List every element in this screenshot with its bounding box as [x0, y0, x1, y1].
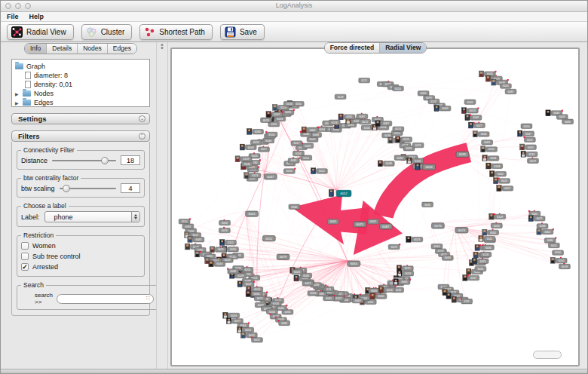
women-checkbox-label: Women [32, 242, 56, 250]
search-options-icon[interactable]: ∷ [146, 296, 150, 302]
svg-text:6064: 6064 [311, 292, 317, 295]
disclosure-triangle-icon[interactable]: ▶ [15, 100, 20, 106]
tab-nodes[interactable]: Nodes [77, 44, 107, 54]
svg-text:6023: 6023 [252, 155, 258, 158]
title-bar: LogAnalysis [1, 1, 587, 12]
view-tab-bar: Force directed Radial View [324, 42, 427, 54]
svg-text:6114: 6114 [303, 157, 309, 160]
restriction-group: Restriction Women Sub tree control ✓ Arr… [17, 231, 145, 277]
shortest-path-icon [144, 26, 155, 38]
centrality-legend: btw centrality factor [21, 174, 81, 182]
slider-thumb[interactable] [101, 157, 109, 164]
svg-text:6102: 6102 [488, 148, 495, 151]
svg-text:6037: 6037 [254, 339, 260, 342]
subtree-checkbox[interactable] [21, 253, 29, 260]
arrested-checkbox[interactable]: ✓ [21, 263, 29, 271]
checkbox-row-arrested[interactable]: ✓ Arrested [21, 262, 140, 272]
menu-help[interactable]: Help [29, 13, 44, 20]
tree-item-diameter[interactable]: diameter: 8 [15, 71, 146, 80]
svg-text:6062: 6062 [230, 270, 236, 273]
svg-text:6108: 6108 [494, 165, 500, 168]
svg-text:6106: 6106 [364, 127, 370, 130]
checkbox-row-subtree[interactable]: Sub tree control [21, 251, 140, 262]
svg-text:6045: 6045 [490, 231, 496, 235]
svg-text:6052: 6052 [265, 237, 273, 241]
svg-text:6109: 6109 [243, 158, 250, 161]
shortest-path-button[interactable]: Shortest Path [139, 24, 213, 40]
settings-header-label: Settings [18, 115, 139, 123]
tab-edges[interactable]: Edges [107, 44, 136, 54]
canvas-pill-button[interactable] [533, 351, 562, 359]
splitter-handle-icon[interactable] [161, 44, 164, 49]
search-submit-button[interactable]: search >> [35, 292, 53, 305]
panel-splitter[interactable] [156, 42, 168, 369]
btw-scaling-value[interactable]: 4 [121, 183, 140, 193]
filters-collapse-icon[interactable]: ⌃ [139, 133, 145, 139]
svg-text:6076: 6076 [222, 229, 228, 232]
shortest-path-button-label: Shortest Path [159, 28, 205, 36]
svg-text:6019: 6019 [253, 141, 259, 144]
tree-item-label: Graph [26, 63, 45, 70]
filters-header[interactable]: Filters ⌃ [11, 130, 150, 142]
label-combobox[interactable]: phone [44, 211, 140, 222]
svg-text:6017: 6017 [294, 142, 300, 145]
svg-text:6025: 6025 [218, 248, 224, 251]
svg-text:6111: 6111 [361, 79, 366, 82]
settings-header[interactable]: Settings ⌄ [11, 113, 150, 124]
distance-slider[interactable] [52, 156, 116, 165]
svg-text:6014: 6014 [395, 128, 401, 131]
tab-info[interactable]: Info [25, 44, 46, 54]
svg-text:6033: 6033 [424, 204, 430, 207]
svg-text:6100: 6100 [269, 133, 275, 136]
svg-text:6109: 6109 [354, 120, 360, 123]
tab-force-directed[interactable]: Force directed [325, 43, 380, 53]
tab-radial-view[interactable]: Radial View [379, 43, 426, 53]
svg-text:6077: 6077 [234, 320, 240, 323]
svg-text:6069: 6069 [355, 299, 361, 302]
tree-item-label: diameter: 8 [34, 72, 68, 79]
svg-text:6042: 6042 [473, 116, 479, 119]
menu-file[interactable]: File [7, 13, 19, 20]
label-chooser-group: Choose a label Label: phone [17, 202, 145, 227]
svg-text:6043: 6043 [216, 262, 222, 265]
svg-text:6071: 6071 [257, 297, 263, 300]
slider-thumb[interactable] [63, 185, 70, 192]
save-button[interactable]: Save [220, 24, 265, 40]
svg-text:6062: 6062 [498, 173, 504, 176]
centrality-group: btw centrality factor btw scaling 4 [17, 174, 145, 198]
svg-text:6082: 6082 [185, 225, 191, 228]
svg-text:6105: 6105 [271, 123, 277, 126]
tree-item-density[interactable]: density: 0,01 [15, 80, 146, 89]
arrested-checkbox-label: Arrested [32, 263, 58, 271]
radial-view-button[interactable]: Radial View [7, 24, 74, 40]
svg-text:6116: 6116 [415, 160, 421, 163]
search-input[interactable] [63, 296, 146, 302]
tree-item-graph[interactable]: Graph [15, 62, 146, 71]
svg-text:6066: 6066 [291, 206, 297, 209]
svg-text:6113: 6113 [252, 174, 258, 177]
svg-text:6025: 6025 [537, 217, 543, 220]
btw-scaling-slider[interactable] [60, 184, 116, 193]
graph-svg[interactable]: 6094607460916105609360396029606860646088… [173, 50, 577, 364]
window-bottom-edge [1, 369, 587, 373]
disclosure-triangle-icon[interactable]: ▶ [15, 91, 20, 97]
label-combobox-value: phone [45, 213, 131, 221]
cluster-button[interactable]: Cluster [81, 24, 133, 40]
svg-text:6083: 6083 [445, 256, 451, 259]
svg-text:6020: 6020 [230, 248, 236, 251]
graph-info-tree[interactable]: Graph diameter: 8 density: 0,01 ▶ Nodes … [11, 59, 150, 107]
search-field[interactable]: ∷ [57, 294, 154, 304]
settings-collapse-icon[interactable]: ⌄ [139, 115, 145, 122]
tree-item-nodes[interactable]: ▶ Nodes [15, 89, 146, 98]
checkbox-row-women[interactable]: Women [21, 241, 140, 251]
tree-item-edges[interactable]: ▶ Edges [15, 98, 146, 107]
tab-details[interactable]: Details [46, 44, 77, 54]
combo-stepper-icon[interactable] [131, 212, 139, 222]
distance-value[interactable]: 18 [121, 155, 140, 165]
svg-text:6063: 6063 [484, 141, 490, 144]
women-checkbox[interactable] [21, 242, 29, 250]
svg-text:6011: 6011 [527, 139, 533, 142]
svg-text:6047: 6047 [274, 113, 280, 116]
folder-icon [23, 90, 31, 97]
graph-canvas[interactable]: 6094607460916105609360396029606860646088… [170, 48, 580, 366]
